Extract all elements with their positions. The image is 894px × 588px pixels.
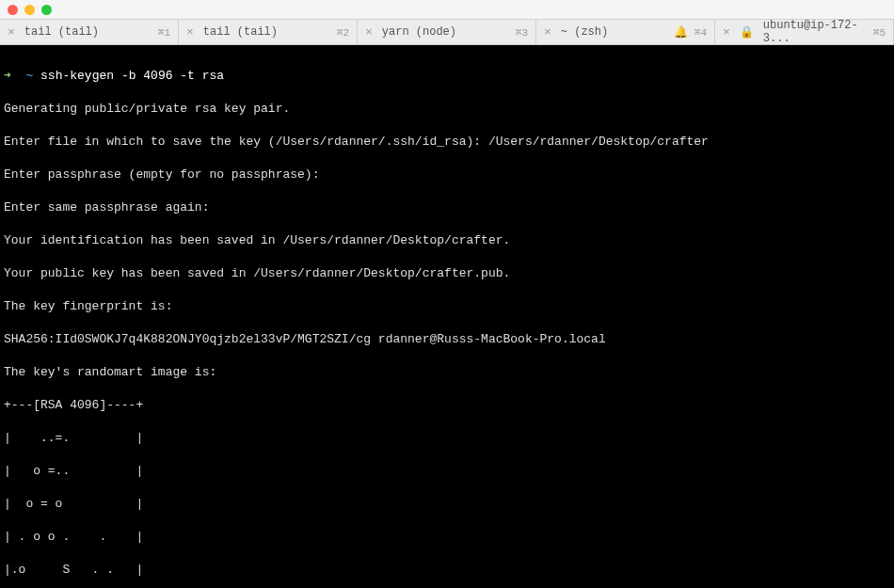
tab-title: tail (tail) [24, 25, 99, 39]
tab-title: ~ (zsh) [561, 25, 608, 39]
terminal-output: Enter passphrase (empty for no passphras… [4, 167, 890, 183]
terminal-output: SHA256:IId0SWOKJ7q4K882ONJY0qjzb2el33vP/… [4, 331, 890, 348]
terminal-tab-3[interactable]: × yarn (node) ⌘3 [358, 20, 536, 44]
randomart-line: | . o o . . | [4, 529, 890, 546]
command-text: ssh-keygen -b 4096 -t rsa [40, 69, 224, 83]
terminal-output: Enter same passphrase again: [4, 199, 890, 216]
window-titlebar [0, 0, 894, 19]
prompt-cwd: ~ [25, 69, 33, 83]
tab-title: ubuntu@ip-172-3... [763, 19, 868, 45]
terminal-output: The key fingerprint is: [4, 298, 890, 315]
tab-shortcut: ⌘3 [516, 26, 528, 39]
tab-title: yarn (node) [382, 25, 456, 39]
terminal-tab-4[interactable]: × ~ (zsh) 🔔 ⌘4 [536, 20, 715, 44]
randomart-line: +---[RSA 4096]----+ [4, 397, 890, 414]
close-icon[interactable]: × [365, 26, 373, 39]
bell-icon: 🔔 [674, 26, 688, 40]
zoom-window-button[interactable] [41, 5, 52, 15]
randomart-line: | o = o | [4, 496, 890, 513]
tab-shortcut: ⌘4 [694, 27, 707, 39]
close-icon[interactable]: × [723, 26, 730, 39]
tab-shortcut: ⌘1 [158, 26, 170, 39]
randomart-line: | o =.. | [4, 463, 890, 480]
terminal-output: Generating public/private rsa key pair. [4, 101, 890, 118]
randomart-line: | ..=. | [4, 430, 890, 447]
close-icon[interactable]: × [544, 26, 551, 39]
terminal-output: Your identification has been saved in /U… [4, 232, 890, 249]
tab-title: tail (tail) [203, 25, 278, 39]
terminal-output: The key's randomart image is: [4, 364, 890, 381]
close-window-button[interactable] [8, 5, 18, 15]
terminal-output: Enter file in which to save the key (/Us… [4, 134, 890, 151]
tab-shortcut: ⌘2 [337, 26, 349, 39]
close-icon[interactable]: × [186, 26, 194, 39]
lock-icon: 🔒 [740, 25, 754, 40]
minimize-window-button[interactable] [24, 5, 35, 15]
terminal-tab-2[interactable]: × tail (tail) ⌘2 [179, 20, 358, 44]
close-icon[interactable]: × [8, 26, 15, 39]
terminal-viewport[interactable]: ➜ ~ ssh-keygen -b 4096 -t rsa Generating… [0, 45, 894, 588]
prompt-arrow: ➜ [4, 69, 11, 83]
terminal-tab-5[interactable]: × 🔒 ubuntu@ip-172-3... ⌘5 [715, 20, 894, 44]
tab-bar: × tail (tail) ⌘1 × tail (tail) ⌘2 × yarn… [0, 19, 894, 45]
terminal-tab-1[interactable]: × tail (tail) ⌘1 [0, 20, 179, 44]
randomart-line: |.o S . . | [4, 562, 890, 579]
terminal-output: Your public key has been saved in /Users… [4, 265, 890, 282]
tab-shortcut: ⌘5 [873, 26, 886, 39]
